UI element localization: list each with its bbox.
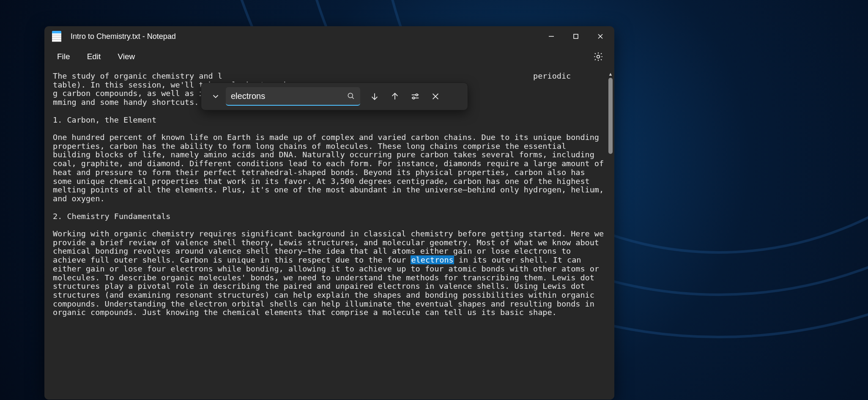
find-expand-button[interactable] [205, 86, 226, 107]
section-heading: 1. Carbon, the Element [53, 115, 156, 124]
search-icon [347, 92, 355, 100]
search-highlight: electrons [411, 255, 454, 264]
text: The study of organic chemistry and l [53, 71, 222, 80]
svg-point-5 [348, 93, 353, 98]
window-title: Intro to Chemistry.txt - Notepad [71, 32, 539, 41]
find-options-button[interactable] [405, 86, 425, 107]
text: One hundred percent of known life on Ear… [53, 133, 608, 203]
find-close-button[interactable] [425, 86, 446, 107]
menu-file[interactable]: File [49, 48, 79, 66]
text: mming and some handy shortcuts. [53, 98, 199, 107]
menu-view[interactable]: View [109, 48, 143, 66]
maximize-button[interactable] [564, 26, 588, 47]
text: in its outer shell. It can either gain o… [53, 255, 604, 317]
svg-point-4 [597, 55, 600, 58]
arrow-down-icon [370, 92, 379, 101]
sliders-icon [411, 92, 420, 101]
find-previous-button[interactable] [385, 86, 405, 107]
maximize-icon [573, 33, 579, 39]
scroll-up-arrow[interactable]: ▲ [607, 70, 614, 78]
section-heading: 2. Chemistry Fundamentals [53, 212, 170, 221]
minimize-button[interactable] [539, 26, 564, 47]
close-icon [597, 33, 603, 39]
menu-edit[interactable]: Edit [79, 48, 110, 66]
arrow-up-icon [390, 92, 400, 101]
scroll-track[interactable] [607, 78, 614, 400]
svg-line-6 [352, 97, 354, 99]
menubar: File Edit View [44, 47, 614, 67]
notepad-app-icon [52, 31, 61, 42]
find-bar [201, 82, 468, 110]
editor-area[interactable]: The study of organic chemistry and l per… [44, 67, 614, 400]
titlebar[interactable]: Intro to Chemistry.txt - Notepad [44, 26, 614, 47]
find-next-button[interactable] [364, 86, 385, 107]
find-input[interactable] [231, 91, 347, 101]
text-content[interactable]: The study of organic chemistry and l per… [44, 67, 614, 400]
close-icon [431, 92, 440, 101]
scroll-thumb[interactable] [608, 78, 613, 154]
gear-icon [593, 51, 604, 62]
minimize-icon [548, 33, 554, 39]
svg-rect-1 [574, 34, 578, 38]
vertical-scrollbar[interactable]: ▲ [607, 70, 614, 400]
settings-button[interactable] [589, 47, 608, 66]
chevron-down-icon [211, 92, 220, 101]
close-button[interactable] [588, 26, 613, 47]
svg-point-10 [416, 94, 418, 96]
find-input-container[interactable] [226, 87, 360, 106]
svg-point-12 [413, 97, 415, 99]
